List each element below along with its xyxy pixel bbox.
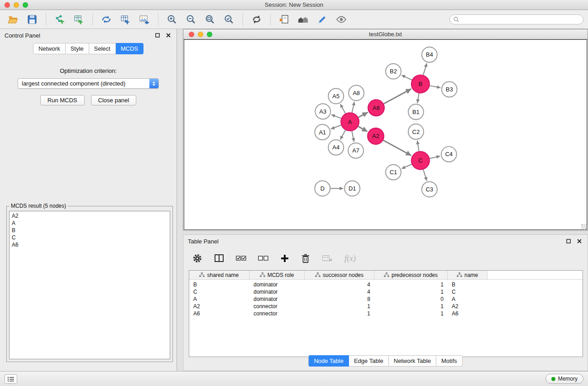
tab-mcds[interactable]: MCDS <box>116 43 143 54</box>
edge-B-B4[interactable] <box>423 63 427 75</box>
add-column-button[interactable] <box>280 254 289 263</box>
memory-button[interactable]: Memory <box>545 374 583 384</box>
search-input[interactable] <box>449 14 583 24</box>
column-header-shared-name[interactable]: shared name <box>189 271 249 279</box>
table-row[interactable]: A2connector11A2 <box>189 303 583 310</box>
edge-A-A8[interactable] <box>352 102 354 113</box>
neighbors-button[interactable] <box>276 12 293 27</box>
close-panel-action-button[interactable]: Close panel <box>91 95 137 105</box>
node-A1[interactable]: A1 <box>315 124 330 140</box>
node-B2[interactable]: B2 <box>386 64 401 79</box>
result-item[interactable]: C <box>12 234 167 241</box>
delete-column-button[interactable] <box>301 253 310 263</box>
edge-C-C1[interactable] <box>402 164 411 169</box>
tab-node-table[interactable]: Node Table <box>308 355 349 367</box>
column-header-name[interactable]: name <box>448 271 488 279</box>
edge-B-B3[interactable] <box>430 86 440 87</box>
edge-A-A4[interactable] <box>340 130 345 139</box>
edge-A-A7[interactable] <box>352 131 354 142</box>
refresh-button[interactable] <box>248 12 265 27</box>
network-canvas[interactable]: B4B2BB3A8A5A6A3B1AC2A1A2A4A7C4CC1DD1C3 <box>184 39 587 230</box>
node-C[interactable]: C <box>411 152 430 170</box>
node-A4[interactable]: A4 <box>328 140 344 155</box>
edge-A-A6[interactable] <box>359 112 368 117</box>
zoom-selected-button[interactable] <box>220 12 238 27</box>
table-row[interactable]: Cdominator41C <box>189 288 583 295</box>
import-table-button[interactable] <box>70 12 87 27</box>
node-C1[interactable]: C1 <box>386 165 401 180</box>
edge-A-A1[interactable] <box>331 125 341 129</box>
function-builder-button[interactable]: f(x) <box>344 254 356 263</box>
zoom-out-button[interactable] <box>182 12 200 27</box>
edge-A-A5[interactable] <box>340 104 345 114</box>
edge-A6-B[interactable] <box>384 89 411 104</box>
edge-A-A3[interactable] <box>331 114 341 118</box>
mcds-result-list[interactable]: A2ABCA6 <box>9 211 170 359</box>
node-C3[interactable]: C3 <box>422 182 437 197</box>
split-panel-button[interactable] <box>214 253 224 263</box>
float-panel-button[interactable] <box>154 32 161 39</box>
result-item[interactable]: B <box>12 227 167 234</box>
node-D[interactable]: D <box>315 181 330 196</box>
node-D1[interactable]: D1 <box>344 181 360 196</box>
table-row[interactable]: Bdominator41B <box>189 281 583 288</box>
minimize-window-button[interactable] <box>14 2 19 8</box>
run-mcds-button[interactable]: Run MCDS <box>40 95 85 105</box>
result-item[interactable]: A2 <box>12 212 167 219</box>
node-B1[interactable]: B1 <box>408 104 424 119</box>
network-graph[interactable]: B4B2BB3A8A5A6A3B1AC2A1A2A4A7C4CC1DD1C3 <box>184 40 587 229</box>
edge-B-B2[interactable] <box>402 75 412 80</box>
edge-A-A2[interactable] <box>358 126 367 131</box>
result-item[interactable]: A6 <box>12 241 167 248</box>
column-header-successor-nodes[interactable]: successor nodes <box>305 271 374 279</box>
node-A8[interactable]: A8 <box>349 86 364 101</box>
close-window-button[interactable] <box>5 2 10 8</box>
close-table-panel-button[interactable] <box>576 238 583 245</box>
node-A[interactable]: A <box>341 113 359 131</box>
zoom-in-button[interactable] <box>163 12 181 27</box>
node-B3[interactable]: B3 <box>442 82 457 97</box>
tab-motifs[interactable]: Motifs <box>436 355 463 367</box>
tab-edge-table[interactable]: Edge Table <box>349 355 389 367</box>
show-details-button[interactable] <box>333 12 350 27</box>
node-A7[interactable]: A7 <box>348 143 363 158</box>
save-session-button[interactable] <box>24 12 41 27</box>
table-row[interactable]: A6connector11A6 <box>189 310 583 317</box>
import-network-button[interactable] <box>51 12 68 27</box>
edge-C-C2[interactable] <box>417 141 419 151</box>
tab-network-table[interactable]: Network Table <box>389 355 436 367</box>
table-settings-button[interactable] <box>192 253 202 263</box>
node-B[interactable]: B <box>411 75 430 93</box>
tab-network[interactable]: Network <box>33 43 66 54</box>
result-item[interactable]: A <box>12 219 167 227</box>
node-C4[interactable]: C4 <box>441 147 457 162</box>
export-table-button[interactable] <box>117 12 134 27</box>
edge-C-C3[interactable] <box>423 170 427 181</box>
zoom-fit-button[interactable] <box>201 12 219 27</box>
float-table-panel-button[interactable] <box>565 238 572 245</box>
table-row[interactable]: Adominator80A <box>189 295 583 303</box>
export-image-button[interactable] <box>136 12 153 27</box>
minimize-network-window-button[interactable] <box>198 32 203 37</box>
select-all-button[interactable] <box>236 254 246 262</box>
node-A2[interactable]: A2 <box>368 128 384 144</box>
delete-table-button[interactable] <box>322 254 333 263</box>
tab-style[interactable]: Style <box>66 43 89 54</box>
zoom-network-window-button[interactable] <box>207 32 212 37</box>
node-A6[interactable]: A6 <box>368 100 384 116</box>
open-session-button[interactable] <box>5 12 22 27</box>
node-A5[interactable]: A5 <box>328 88 344 104</box>
close-panel-button[interactable] <box>165 32 172 39</box>
edge-C-C4[interactable] <box>430 156 440 158</box>
tab-select[interactable]: Select <box>89 43 116 54</box>
resize-grip[interactable] <box>581 224 587 230</box>
column-header-predecessor-nodes[interactable]: predecessor nodes <box>374 271 448 279</box>
criterion-dropdown[interactable]: largest connected component (directed) <box>18 78 159 89</box>
edge-B-B1[interactable] <box>417 93 419 103</box>
home-button[interactable] <box>295 12 312 27</box>
edge-A2-C[interactable] <box>383 140 411 156</box>
task-history-button[interactable] <box>5 374 17 384</box>
node-B4[interactable]: B4 <box>422 47 437 62</box>
unselect-all-button[interactable] <box>258 254 268 262</box>
node-A3[interactable]: A3 <box>315 104 330 119</box>
